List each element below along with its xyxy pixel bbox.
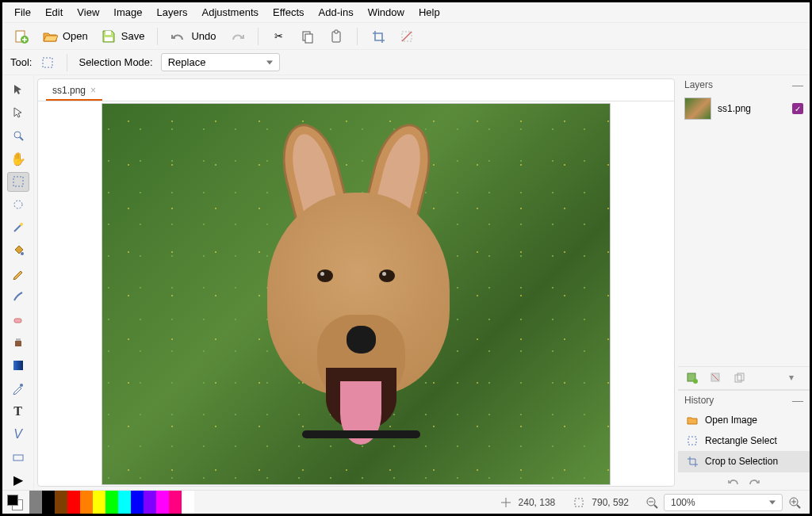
history-item-crop[interactable]: Crop to Selection [678,451,810,472]
cut-button[interactable]: ✂ [268,27,290,46]
status-bar: 240, 138 790, 592 100% [2,490,810,514]
zoom-in-button[interactable] [787,495,802,510]
palette-swatch[interactable] [67,491,80,514]
menu-view[interactable]: View [70,3,106,21]
palette-swatch[interactable] [144,491,156,514]
layer-actions: ▾ [678,366,810,390]
copy-button[interactable] [297,27,319,46]
duplicate-layer-icon[interactable] [733,372,746,384]
add-layer-icon[interactable] [686,372,699,384]
menu-adjustments[interactable]: Adjustments [194,3,266,21]
tool-magic-wand[interactable] [7,218,29,238]
rectangle-select-icon [40,55,56,71]
tool-pan[interactable]: ✋ [7,149,29,169]
tool-rectangle-select[interactable] [7,172,29,192]
history-item-select[interactable]: Rectangle Select [678,430,810,451]
folder-icon [684,412,700,428]
tool-shapes[interactable] [7,447,29,467]
palette-swatch[interactable] [118,491,131,514]
zoom-dropdown[interactable]: 100% [664,494,783,511]
cursor-position: 240, 138 [519,497,556,508]
copy-icon [300,29,316,44]
foreground-color-swatch[interactable] [7,495,18,506]
tool-gradient[interactable] [7,355,29,375]
tool-brush[interactable] [7,287,29,307]
undo-label: Undo [191,30,216,42]
line-icon: V [13,427,22,441]
hand-icon: ✋ [10,151,26,166]
history-redo-icon[interactable] [748,476,760,487]
layer-row[interactable]: ss1.png ✓ [678,94,810,123]
image-surface[interactable] [102,104,610,484]
palette-swatch[interactable] [42,491,55,514]
bounds-icon [571,495,587,510]
cursor-pos-group: 240, 138 [490,495,564,510]
palette-swatch[interactable] [131,491,144,514]
layer-visibility-toggle[interactable]: ✓ [792,103,803,114]
history-title: History [684,395,714,406]
layers-panel-header: Layers — [678,75,810,94]
right-panels: Layers — ss1.png ✓ ▾ History — [678,75,810,490]
tool-pencil[interactable] [7,264,29,284]
paste-button[interactable] [325,27,347,46]
menu-layers[interactable]: Layers [149,3,194,21]
svg-rect-5 [305,34,312,43]
tool-paint-bucket[interactable] [7,241,29,261]
color-palette[interactable] [29,491,194,514]
new-button[interactable] [10,27,33,46]
document-tab[interactable]: ss1.png × [46,82,102,101]
minimize-icon[interactable]: — [792,394,803,407]
tool-move[interactable] [7,103,29,123]
crop-icon [370,29,386,44]
tool-pointer[interactable] [7,80,29,100]
tool-text[interactable]: T [7,401,29,421]
svg-point-16 [21,252,24,255]
deselect-button[interactable] [396,27,418,46]
history-undo-icon[interactable] [727,476,740,487]
svg-line-12 [20,137,23,140]
palette-swatch[interactable] [169,491,182,514]
open-button[interactable]: Open [39,27,91,46]
palette-swatch[interactable] [29,491,42,514]
menu-edit[interactable]: Edit [38,3,70,21]
tool-clone-stamp[interactable] [7,333,29,353]
delete-layer-icon[interactable] [710,372,722,384]
canvas-area: ss1.png × [37,78,675,487]
palette-swatch[interactable] [93,491,105,514]
tool-lasso-select[interactable] [7,195,29,215]
selection-mode-dropdown[interactable]: Replace [161,53,280,71]
tool-eraser[interactable] [7,310,29,330]
text-icon: T [13,404,22,419]
save-button[interactable]: Save [98,27,148,46]
menu-effects[interactable]: Effects [266,3,312,21]
menu-addins[interactable]: Add-ins [312,3,361,21]
selection-mode-label: Selection Mode: [79,56,152,68]
palette-swatch[interactable] [80,491,93,514]
menu-image[interactable]: Image [106,3,149,21]
palette-swatch[interactable] [105,491,118,514]
palette-swatch[interactable] [182,491,194,514]
tool-zoom[interactable] [7,126,29,146]
zoom-out-button[interactable] [645,495,659,510]
palette-swatch[interactable] [55,491,67,514]
tool-color-picker[interactable] [7,378,29,398]
undo-button[interactable]: Undo [167,27,219,46]
menu-file[interactable]: File [7,3,38,21]
svg-point-11 [14,132,21,138]
menu-window[interactable]: Window [361,3,412,21]
canvas[interactable] [38,101,674,486]
layer-menu-icon[interactable]: ▾ [789,372,802,384]
menu-help[interactable]: Help [412,3,447,21]
deselect-icon [399,29,415,44]
svg-rect-10 [43,58,52,67]
tool-line[interactable]: V [7,424,29,444]
history-item-open[interactable]: Open Image [678,410,810,430]
palette-swatch[interactable] [156,491,169,514]
minimize-icon[interactable]: — [792,78,803,91]
redo-button[interactable] [226,27,248,46]
close-tab-icon[interactable]: × [90,85,96,96]
svg-rect-13 [13,177,23,186]
crop-button[interactable] [367,27,389,46]
color-swatches[interactable] [2,491,29,514]
tool-more[interactable]: ▶ [7,470,29,490]
